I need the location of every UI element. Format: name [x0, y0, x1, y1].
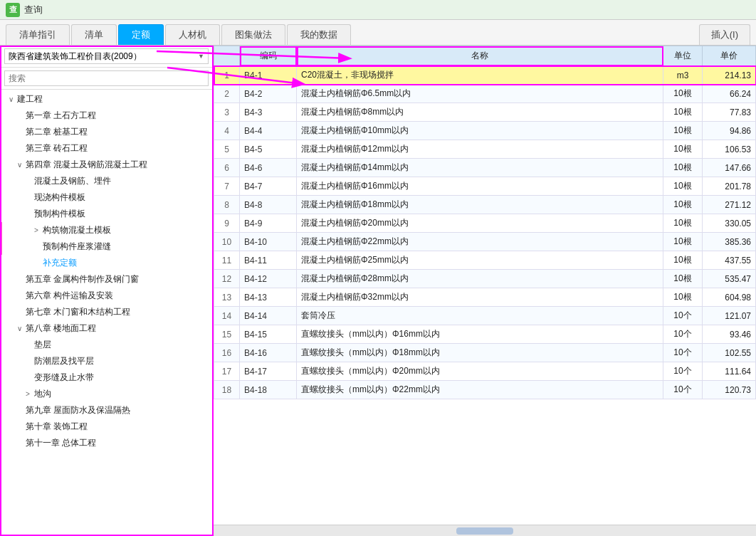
tab-qingdanzizhi[interactable]: 清单指引: [6, 24, 70, 45]
tree-node[interactable]: 预制构件模板: [0, 206, 213, 222]
tree-node[interactable]: >地沟: [0, 386, 213, 402]
cell-code: B4-8: [240, 196, 297, 214]
cell-num: 17: [214, 362, 240, 381]
tree-node[interactable]: 第七章 木门窗和木结构工程: [0, 304, 213, 320]
tree-node[interactable]: ∨第四章 混凝土及钢筋混凝土工程: [0, 157, 213, 173]
tree-node[interactable]: 第五章 金属构件制作及钢门窗: [0, 271, 213, 288]
cell-code: B4-15: [240, 325, 297, 344]
cell-name: 混凝土内植钢筋Φ18mm以内: [297, 196, 663, 214]
table-row[interactable]: 8 B4-8 混凝土内植钢筋Φ18mm以内 10根 271.12: [214, 196, 756, 214]
cell-code: B4-3: [240, 103, 297, 122]
table-row[interactable]: 14 B4-14 套筒冷压 10个 121.07: [214, 307, 756, 325]
cell-code: B4-1: [240, 66, 297, 85]
tree-node[interactable]: 第三章 砖石工程: [0, 140, 213, 157]
cell-price: 604.98: [703, 288, 756, 307]
tree-node[interactable]: 第九章 屋面防水及保温隔热: [0, 402, 213, 419]
price-list-dropdown[interactable]: 陕西省建筑装饰工程价目表(2009）: [4, 48, 209, 64]
tree-node[interactable]: 混凝土及钢筋、埋件: [0, 173, 213, 189]
table-row[interactable]: 7 B4-7 混凝土内植钢筋Φ16mm以内 10根 201.78: [214, 177, 756, 196]
cell-price: 93.46: [703, 325, 756, 344]
tree-node[interactable]: 第一章 土石方工程: [0, 107, 213, 124]
cell-name: 混凝土内植钢筋Φ10mm以内: [297, 122, 663, 140]
tab-dinge[interactable]: 定额: [118, 24, 164, 45]
tree-node-label: 垫层: [34, 340, 51, 350]
cell-code: B4-6: [240, 159, 297, 177]
cell-num: 4: [214, 122, 240, 140]
table-row[interactable]: 6 B4-6 混凝土内植钢筋Φ14mm以内 10根 147.66: [214, 159, 756, 177]
tree-node[interactable]: 现浇构件模板: [0, 189, 213, 206]
table-row[interactable]: 4 B4-4 混凝土内植钢筋Φ10mm以内 10根 94.86: [214, 122, 756, 140]
table-row[interactable]: 17 B4-17 直螺纹接头（mm以内）Φ20mm以内 10个 111.64: [214, 362, 756, 381]
table-row[interactable]: 16 B4-16 直螺纹接头（mm以内）Φ18mm以内 10个 102.55: [214, 344, 756, 362]
cell-unit: 10根: [663, 103, 703, 122]
cell-code: B4-17: [240, 362, 297, 381]
table-row[interactable]: 13 B4-13 混凝土内植钢筋Φ32mm以内 10根 604.98: [214, 288, 756, 307]
tree-node[interactable]: 第二章 桩基工程: [0, 124, 213, 140]
table-row[interactable]: 9 B4-9 混凝土内植钢筋Φ20mm以内 10根 330.05: [214, 214, 756, 233]
cell-num: 2: [214, 85, 240, 103]
tree-arrow-icon: >: [26, 390, 34, 398]
cell-unit: 10根: [663, 196, 703, 214]
cell-unit: 10个: [663, 381, 703, 399]
table-row[interactable]: 18 B4-18 直螺纹接头（mm以内）Φ22mm以内 10个 120.73: [214, 381, 756, 399]
tree-area: ∨建工程第一章 土石方工程第二章 桩基工程第三章 砖石工程∨第四章 混凝土及钢筋…: [0, 90, 213, 536]
scroll-thumb[interactable]: [456, 527, 513, 535]
tree-node[interactable]: 补充定额: [0, 255, 213, 271]
cell-num: 13: [214, 288, 240, 307]
tree-node[interactable]: 第十章 装饰工程: [0, 419, 213, 435]
table-row[interactable]: 1 B4-1 C20混凝土，非现场搅拌 m3 214.13: [214, 66, 756, 85]
cell-name: 混凝土内植钢筋Φ20mm以内: [297, 214, 663, 233]
cell-num: 11: [214, 251, 240, 270]
insert-button[interactable]: 插入(I): [699, 24, 750, 45]
table-row[interactable]: 15 B4-15 直螺纹接头（mm以内）Φ16mm以内 10个 93.46: [214, 325, 756, 344]
table-row[interactable]: 11 B4-11 混凝土内植钢筋Φ25mm以内 10根 437.55: [214, 251, 756, 270]
cell-num: 7: [214, 177, 240, 196]
table-row[interactable]: 3 B4-3 混凝土内植钢筋Φ8mm以内 10根 77.83: [214, 103, 756, 122]
cell-code: B4-2: [240, 85, 297, 103]
bottom-scrollbar[interactable]: [214, 525, 756, 536]
cell-num: 16: [214, 344, 240, 362]
tree-node[interactable]: 第十一章 总体工程: [0, 435, 213, 451]
cell-price: 201.78: [703, 177, 756, 196]
tab-tujizuofa[interactable]: 图集做法: [221, 24, 285, 45]
table-row[interactable]: 12 B4-12 混凝土内植钢筋Φ28mm以内 10根 535.47: [214, 270, 756, 288]
table-wrap[interactable]: 编码 名称 单位 单价 1 B4-1 C20混凝土，非现场搅拌 m3 214.1…: [214, 46, 756, 525]
tab-wodeshuju[interactable]: 我的数据: [287, 24, 351, 45]
tab-rencaiji[interactable]: 人材机: [165, 24, 220, 45]
search-input[interactable]: [4, 70, 209, 86]
cell-unit: 10个: [663, 362, 703, 381]
table-row[interactable]: 10 B4-10 混凝土内植钢筋Φ22mm以内 10根 385.36: [214, 233, 756, 251]
cell-price: 535.47: [703, 270, 756, 288]
tree-node[interactable]: 变形缝及止水带: [0, 369, 213, 386]
tree-node[interactable]: ∨建工程: [0, 91, 213, 107]
tab-qingdan[interactable]: 清单: [71, 24, 117, 45]
tree-node[interactable]: 第六章 构件运输及安装: [0, 288, 213, 304]
tree-node[interactable]: 防潮层及找平层: [0, 353, 213, 369]
cell-num: 14: [214, 307, 240, 325]
cell-code: B4-13: [240, 288, 297, 307]
tree-node-label: 预制构件模板: [34, 209, 85, 219]
table-row[interactable]: 5 B4-5 混凝土内植钢筋Φ12mm以内 10根 106.53: [214, 140, 756, 159]
tree-node[interactable]: 垫层: [0, 337, 213, 353]
cell-unit: 10个: [663, 307, 703, 325]
cell-unit: 10根: [663, 270, 703, 288]
tree-node[interactable]: ∨第八章 楼地面工程: [0, 320, 213, 337]
tree-node-label: 第十一章 总体工程: [26, 438, 96, 448]
cell-unit: 10根: [663, 288, 703, 307]
app-title: 查询: [24, 4, 43, 16]
cell-price: 66.24: [703, 85, 756, 103]
cell-name: 混凝土内植钢筋Φ14mm以内: [297, 159, 663, 177]
tree-arrow-icon: >: [34, 226, 43, 234]
cell-unit: 10个: [663, 344, 703, 362]
cell-price: 77.83: [703, 103, 756, 122]
tree-node-label: 第二章 桩基工程: [26, 127, 88, 137]
cell-num: 12: [214, 270, 240, 288]
tree-node[interactable]: >构筑物混凝土模板: [0, 222, 213, 238]
tree-node[interactable]: 预制构件座浆灌缝: [0, 238, 213, 255]
cell-name: 混凝土内植钢筋Φ28mm以内: [297, 270, 663, 288]
table-row[interactable]: 2 B4-2 混凝土内植钢筋Φ6.5mm以内 10根 66.24: [214, 85, 756, 103]
cell-name: 直螺纹接头（mm以内）Φ16mm以内: [297, 325, 663, 344]
col-unit-header: 单位: [663, 46, 703, 66]
cell-unit: 10根: [663, 140, 703, 159]
col-price-header: 单价: [703, 46, 756, 66]
